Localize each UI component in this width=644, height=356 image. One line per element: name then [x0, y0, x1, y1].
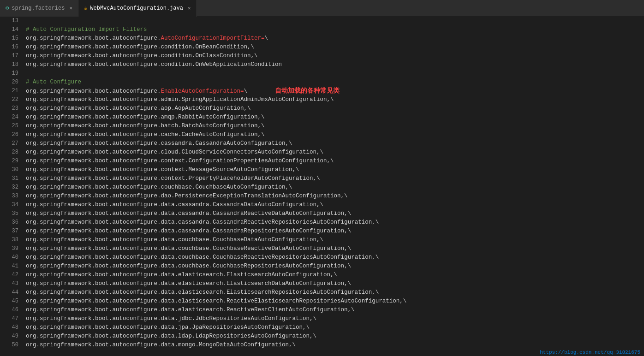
- trailing: CouchbaseDataAutoConfiguration,\: [213, 237, 323, 243]
- trailing: ConfigurationPropertiesAutoConfiguration…: [189, 158, 334, 164]
- package-path: org.springframework.boot.autoconfigure.c…: [26, 166, 189, 173]
- status-bar: https://blog.csdn.net/qq_31821675: [536, 349, 644, 356]
- trailing: LdapRepositoriesAutoConfiguration,\: [196, 333, 317, 339]
- trailing: CassandraDataAutoConfiguration,\: [213, 202, 323, 208]
- line-number: 47: [0, 314, 18, 323]
- code-line: org.springframework.boot.autoconfigure.d…: [26, 288, 644, 297]
- code-line: org.springframework.boot.autoconfigure.d…: [26, 227, 644, 236]
- code-line: # Auto Configure: [26, 78, 644, 87]
- line-number: 50: [0, 341, 18, 350]
- trailing: CassandraReactiveRepositoriesAutoConfigu…: [213, 219, 379, 225]
- trailing: ElasticsearchDataAutoConfiguration,\: [227, 280, 351, 287]
- trailing: ReactiveElasticsearchRepositoriesAutoCon…: [227, 298, 406, 304]
- package-path: org.springframework.boot.autoconfigure.c…: [26, 131, 182, 138]
- code-line: org.springframework.boot.autoconfigure.d…: [26, 201, 644, 209]
- value-part: \: [244, 88, 248, 95]
- line-number: 39: [0, 244, 18, 253]
- package-path: org.springframework.boot.autoconfigure.c…: [26, 140, 196, 147]
- code-line: org.springframework.boot.autoconfigure.d…: [26, 314, 644, 323]
- package-path: org.springframework.boot.autoconfigure.d…: [26, 263, 213, 269]
- trailing: ElasticsearchRepositoriesAutoConfigurati…: [227, 289, 379, 296]
- trailing: JdbcRepositoriesAutoConfiguration,\: [196, 315, 317, 322]
- line-number: 44: [0, 288, 18, 297]
- package-path: org.springframework.boot.autoconfigure.d…: [26, 324, 192, 331]
- package-path: org.springframework.boot.autoconfigure.a…: [26, 105, 175, 112]
- line-number: 18: [0, 60, 18, 69]
- code-line: org.springframework.boot.autoconfigure.b…: [26, 122, 644, 131]
- code-line: org.springframework.boot.autoconfigure.a…: [26, 113, 644, 122]
- spring-factories-icon: ⚙: [6, 5, 9, 12]
- code-line: org.springframework.boot.autoconfigure.c…: [26, 60, 644, 69]
- package-path: org.springframework.boot.autoconfigure.d…: [26, 219, 213, 225]
- line-number: 46: [0, 306, 18, 314]
- line-number: 15: [0, 34, 18, 43]
- package-path: org.springframework.boot.autoconfigure.d…: [26, 254, 213, 261]
- trailing: ElasticsearchAutoConfiguration,\: [227, 272, 337, 278]
- package-prefix: org.springframework.boot.autoconfigure.: [26, 88, 161, 95]
- package-path: org.springframework.boot.autoconfigure.d…: [26, 237, 213, 243]
- line-number: 48: [0, 323, 18, 332]
- java-file-icon: ☕: [84, 5, 87, 12]
- package-path: org.springframework.boot.autoconfigure.d…: [26, 342, 199, 348]
- package-path: org.springframework.boot.autoconfigure.d…: [26, 298, 227, 304]
- trailing: SpringApplicationAdminJmxAutoConfigurati…: [182, 96, 334, 103]
- trailing: PropertyPlaceholderAutoConfiguration,\: [189, 175, 320, 182]
- package-path: org.springframework.boot.autoconfigure.b…: [26, 123, 182, 129]
- line-number: 34: [0, 201, 18, 209]
- trailing: MessageSourceAutoConfiguration,\: [189, 166, 299, 173]
- code-line: org.springframework.boot.autoconfigure.d…: [26, 262, 644, 271]
- trailing: CouchbaseRepositoriesAutoConfiguration,\: [213, 263, 351, 269]
- code-line: org.springframework.boot.autoconfigure.A…: [26, 34, 644, 43]
- line-number: 42: [0, 271, 18, 279]
- trailing: MongoDataAutoConfiguration,\: [199, 342, 296, 348]
- code-line: org.springframework.boot.autoconfigure.d…: [26, 332, 644, 341]
- package-path: org.springframework.boot.autoconfigure.c…: [26, 175, 189, 182]
- package-path: org.springframework.boot.autoconfigure.d…: [26, 315, 196, 322]
- code-content[interactable]: # Auto Configuration Import Filtersorg.s…: [22, 17, 644, 356]
- line-number: 49: [0, 332, 18, 341]
- trailing: CassandraRepositoriesAutoConfiguration,\: [213, 228, 351, 234]
- tab-spring-factories[interactable]: ⚙ spring.factories ✕: [0, 0, 78, 17]
- package-path: org.springframework.boot.autoconfigure.c…: [26, 44, 196, 50]
- class-key: EnableAutoConfiguration=: [161, 88, 244, 95]
- comment-text: # Auto Configuration Import Filters: [26, 26, 147, 33]
- code-line: org.springframework.boot.autoconfigure.d…: [26, 236, 644, 244]
- line-number: 24: [0, 113, 18, 122]
- package-path: org.springframework.boot.autoconfigure.d…: [26, 202, 213, 208]
- line-number: 23: [0, 104, 18, 113]
- package-path: org.springframework.boot.autoconfigure.d…: [26, 228, 213, 234]
- code-line: org.springframework.boot.autoconfigure.d…: [26, 297, 644, 306]
- tab-webmvc-autoconfiguration[interactable]: ☕ WebMvcAutoConfiguration.java ✕: [78, 0, 197, 17]
- code-line: org.springframework.boot.autoconfigure.d…: [26, 209, 644, 218]
- tab-label-spring-factories: spring.factories: [12, 5, 65, 12]
- line-number: 17: [0, 52, 18, 60]
- line-number: 19: [0, 69, 18, 78]
- close-spring-factories[interactable]: ✕: [69, 5, 72, 11]
- trailing: RabbitAutoConfiguration,\: [178, 114, 265, 120]
- line-number: 35: [0, 209, 18, 218]
- line-number: 36: [0, 218, 18, 227]
- trailing: CloudServiceConnectorsAutoConfiguration,…: [182, 149, 324, 155]
- line-number: 37: [0, 227, 18, 236]
- code-line: org.springframework.boot.autoconfigure.d…: [26, 323, 644, 332]
- line-number: 28: [0, 148, 18, 157]
- trailing: CassandraAutoConfiguration,\: [196, 140, 292, 147]
- line-number: 45: [0, 297, 18, 306]
- trailing: OnClassCondition,\: [196, 53, 258, 59]
- line-number: 22: [0, 95, 18, 104]
- line-number: 26: [0, 131, 18, 139]
- package-path: org.springframework.boot.autoconfigure.c…: [26, 184, 196, 190]
- package-path: org.springframework.boot.autoconfigure.d…: [26, 289, 227, 296]
- package-path: org.springframework.boot.autoconfigure.a…: [26, 114, 178, 120]
- code-line: org.springframework.boot.autoconfigure.a…: [26, 95, 644, 104]
- code-line: org.springframework.boot.autoconfigure.c…: [26, 157, 644, 166]
- code-line: org.springframework.boot.autoconfigure.d…: [26, 271, 644, 279]
- trailing: CacheAutoConfiguration,\: [182, 131, 265, 138]
- close-webmvc[interactable]: ✕: [188, 5, 191, 11]
- trailing: OnBeanCondition,\: [196, 44, 255, 50]
- code-line: org.springframework.boot.autoconfigure.d…: [26, 218, 644, 227]
- trailing: CouchbaseReactiveRepositoriesAutoConfigu…: [213, 254, 379, 261]
- package-prefix: org.springframework.boot.autoconfigure.: [26, 35, 161, 42]
- line-number: 29: [0, 157, 18, 166]
- code-line: [26, 69, 644, 78]
